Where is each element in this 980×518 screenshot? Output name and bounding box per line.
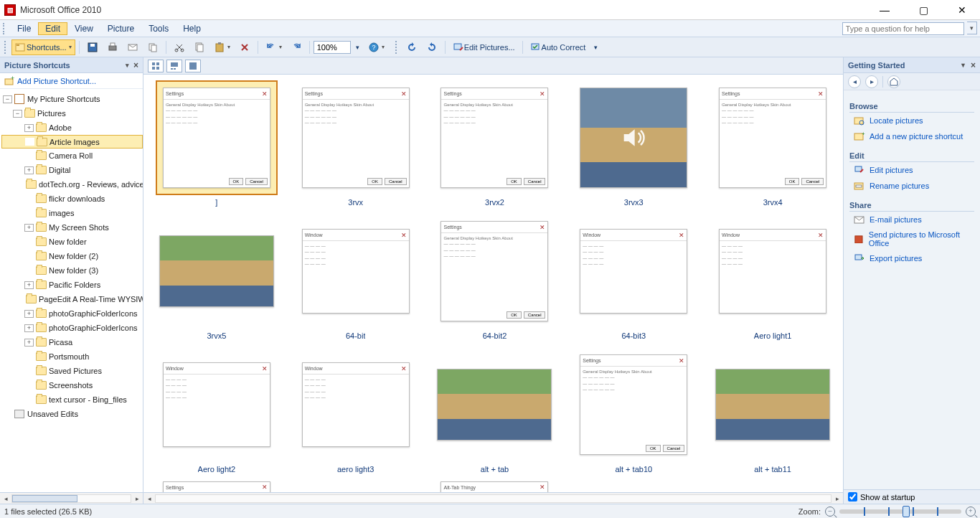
thumbnail[interactable]: Window✕— — — —— — — —— — — —— — — —Aero … [152, 347, 281, 474]
zoom-dropdown[interactable]: ▾ [352, 39, 363, 55]
window-close-button[interactable]: ✕ [951, 4, 973, 16]
thumbnail[interactable]: Window✕— — — —— — — —— — — —— — — —aero … [291, 347, 420, 474]
tree-item[interactable]: Saved Pictures [1, 364, 143, 378]
delete-button[interactable] [235, 39, 254, 55]
scroll-thumb[interactable] [12, 495, 77, 502]
scroll-right-icon[interactable]: ▸ [131, 495, 143, 502]
view-filmstrip-button[interactable] [166, 60, 182, 72]
mail-button[interactable] [123, 39, 142, 55]
toolbar-grip-2[interactable] [395, 41, 400, 54]
auto-correct-button[interactable]: Auto Correct [527, 39, 590, 55]
cut-button[interactable] [170, 39, 189, 55]
tree-item[interactable]: New folder (2) [1, 249, 143, 263]
center-scroll-right-icon[interactable]: ▸ [831, 495, 843, 502]
nav-back-button[interactable]: ◂ [848, 75, 861, 88]
link-export-pictures[interactable]: Export pictures [849, 250, 974, 266]
nav-home-button[interactable] [887, 75, 900, 88]
menu-picture[interactable]: Picture [100, 22, 141, 35]
link-add-picture-shortcut[interactable]: +Add a new picture shortcut [849, 128, 974, 144]
print-button[interactable] [103, 39, 122, 55]
thumbnail[interactable]: Settings✕General Display Hotkeys Skin Ab… [291, 80, 420, 207]
thumbnail[interactable]: Window✕— — — —— — — —— — — —— — — —Aero … [708, 214, 837, 340]
tree-item[interactable]: New folder [1, 235, 143, 249]
redo-button[interactable] [287, 39, 306, 55]
tree-item[interactable]: −Pictures [1, 106, 143, 121]
left-hscrollbar[interactable]: ◂ ▸ [0, 492, 143, 504]
help-button[interactable]: ? [364, 39, 388, 55]
tree-item[interactable]: flickr downloads [1, 192, 143, 206]
menubar-grip[interactable] [3, 23, 7, 34]
zoom-input[interactable] [314, 41, 351, 54]
left-panel-dropdown[interactable]: ▾ [126, 62, 129, 69]
tree-item[interactable]: Portsmouth [1, 349, 143, 364]
center-scroll-left-icon[interactable]: ◂ [143, 495, 155, 502]
menu-file[interactable]: File [10, 22, 38, 35]
view-thumbnails-button[interactable] [148, 60, 164, 72]
menu-help[interactable]: Help [176, 22, 208, 35]
tree-unsaved-edits[interactable]: Unsaved Edits [1, 407, 143, 421]
link-edit-pictures[interactable]: Edit pictures [849, 162, 974, 178]
link-locate-pictures[interactable]: Locate pictures [849, 113, 974, 128]
tree-item[interactable]: +Pacific Folders [1, 278, 143, 292]
tree-item[interactable]: +photoGraphicFolderIcons [1, 306, 143, 321]
view-single-button[interactable] [185, 60, 201, 72]
link-rename-pictures[interactable]: Rename pictures [849, 178, 974, 194]
tree-item[interactable]: +Adobe [1, 121, 143, 135]
right-panel-dropdown[interactable]: ▼ [960, 62, 966, 69]
tree-item[interactable]: New folder (3) [1, 263, 143, 278]
tree-root[interactable]: − My Picture Shortcuts [1, 92, 143, 106]
undo-button[interactable] [262, 39, 286, 55]
zoom-in-button[interactable] [966, 507, 976, 517]
toolbar-grip-1[interactable] [4, 41, 9, 54]
tree-item[interactable]: +Picasa [1, 335, 143, 349]
tree-item[interactable]: Screenshots [1, 378, 143, 392]
tree-item[interactable]: images [1, 206, 143, 220]
tree-item[interactable]: +photoGraphicFolderIcons [1, 321, 143, 335]
rotate-left-button[interactable] [402, 39, 421, 55]
menu-tools[interactable]: Tools [141, 22, 176, 35]
help-search-input[interactable] [842, 22, 964, 35]
tree-item[interactable]: dotTech.org - Reviews, advice [1, 177, 143, 192]
scroll-left-icon[interactable]: ◂ [0, 495, 11, 502]
paste-button[interactable] [210, 39, 234, 55]
edit-pictures-button[interactable]: Edit Pictures... [449, 39, 519, 55]
tree-item[interactable]: PageEdit A Real-Time WYSIWYG [1, 292, 143, 306]
thumbnail[interactable]: alt + tab11 [708, 347, 837, 474]
right-panel-close[interactable]: × [971, 60, 976, 70]
tree-item[interactable]: text cursor - Bing_files [1, 392, 143, 407]
thumbnail[interactable]: Settings✕General Display Hotkeys Skin Ab… [569, 347, 698, 474]
tree-item[interactable]: Camera Roll [1, 149, 143, 163]
thumbnail[interactable]: 3rvx5 [152, 214, 281, 340]
save-button[interactable] [83, 39, 102, 55]
toolbar-overflow[interactable]: ▾ [590, 39, 601, 55]
thumbnail[interactable]: Settings✕General Display Hotkeys Skin Ab… [708, 80, 837, 207]
window-minimize-button[interactable]: — [874, 4, 895, 16]
shortcuts-button[interactable]: Shortcuts... [11, 39, 75, 55]
tree-item[interactable]: +Digital [1, 163, 143, 177]
nav-forward-button[interactable]: ▸ [865, 75, 878, 88]
show-at-startup[interactable]: Show at startup [844, 489, 980, 504]
link-send-to-office[interactable]: Send pictures to Microsoft Office [849, 227, 974, 250]
help-search-dropdown[interactable]: ▾ [967, 22, 977, 34]
zoom-out-button[interactable] [825, 507, 835, 517]
link-email-pictures[interactable]: E-mail pictures [849, 212, 974, 227]
show-at-startup-checkbox[interactable] [848, 492, 857, 501]
thumbnail[interactable]: Window✕— — — —— — — —— — — —— — — —64-bi… [291, 214, 420, 340]
thumbnail[interactable]: alt + tab [430, 347, 560, 474]
thumbnail[interactable]: Settings✕General Display Hotkeys Skin Ab… [152, 80, 281, 207]
thumbnail-scroll[interactable]: Settings✕General Display Hotkeys Skin Ab… [143, 75, 843, 492]
center-hscrollbar[interactable]: ◂ ▸ [143, 492, 843, 504]
menu-view[interactable]: View [67, 22, 100, 35]
thumbnail[interactable]: Settings✕General Display Hotkeys Skin Ab… [430, 214, 560, 340]
window-maximize-button[interactable]: ▢ [913, 4, 934, 16]
tree-item[interactable]: +My Screen Shots [1, 220, 143, 235]
copy-button[interactable] [143, 39, 162, 55]
add-picture-shortcut[interactable]: + Add Picture Shortcut... [0, 73, 143, 89]
tree-item[interactable]: Article Images [1, 135, 143, 149]
zoom-slider-thumb[interactable] [903, 506, 910, 517]
menu-edit[interactable]: Edit [38, 22, 67, 35]
zoom-slider[interactable] [839, 509, 961, 514]
thumbnail[interactable]: Settings✕General Display Hotkeys Skin Ab… [430, 80, 560, 207]
rotate-right-button[interactable] [423, 39, 441, 55]
thumbnail[interactable]: Window✕— — — —— — — —— — — —— — — —64-bi… [569, 214, 698, 340]
